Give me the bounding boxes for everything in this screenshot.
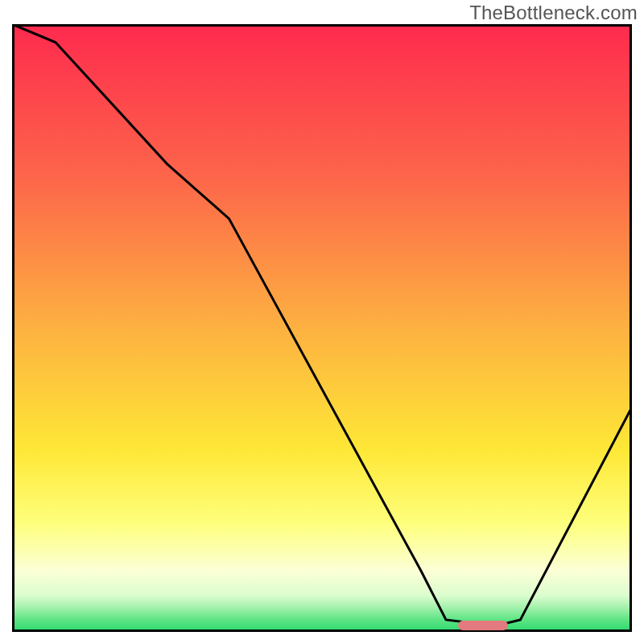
plot-svg <box>12 24 632 632</box>
chart-stage: TheBottleneck.com <box>0 0 644 644</box>
optimal-range-marker <box>458 621 508 630</box>
gradient-background <box>12 24 632 632</box>
plot-area <box>12 24 632 632</box>
watermark-text: TheBottleneck.com <box>469 2 638 24</box>
